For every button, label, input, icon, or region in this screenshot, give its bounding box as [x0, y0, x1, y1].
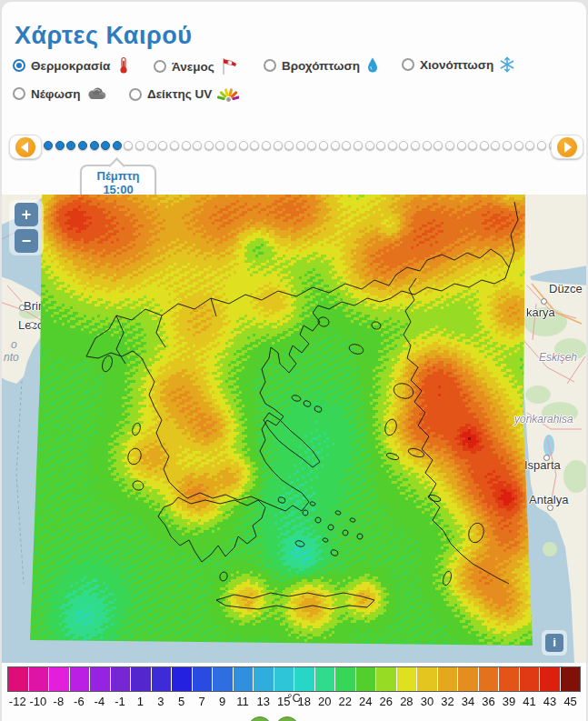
- legend-swatch: [356, 667, 376, 691]
- timeline-dot[interactable]: [457, 141, 466, 150]
- timeline-dot[interactable]: [480, 141, 489, 150]
- info-icon[interactable]: i: [545, 634, 563, 652]
- legend-swatch: [294, 667, 314, 691]
- legend-swatch: [458, 667, 478, 691]
- layer-label: Νέφωση: [31, 87, 80, 101]
- timeline-dot[interactable]: [227, 141, 236, 150]
- zoom-out-button[interactable]: −: [15, 229, 38, 253]
- timeline-dot[interactable]: [331, 141, 340, 150]
- legend-swatch: [193, 667, 213, 691]
- legend-swatch: [111, 667, 131, 691]
- radio-clouds[interactable]: [13, 87, 25, 100]
- timeline-prev-button[interactable]: [9, 135, 42, 159]
- legend-swatch: [254, 667, 274, 691]
- timeline-dot[interactable]: [124, 141, 133, 150]
- timeline-dot[interactable]: [182, 141, 191, 150]
- uv-gauge-icon: [217, 86, 239, 102]
- radio-uv[interactable]: [129, 88, 142, 101]
- legend-swatch: [376, 667, 396, 691]
- timeline-dot[interactable]: [262, 141, 271, 150]
- timeline-dot[interactable]: [514, 141, 523, 150]
- timeline-dot[interactable]: [503, 141, 512, 150]
- layer-label: Θερμοκρασία: [31, 59, 110, 73]
- layer-label: Άνεμος: [172, 60, 214, 74]
- timeline-dot[interactable]: [399, 141, 408, 150]
- timeline-dot-selected[interactable]: [113, 141, 122, 150]
- timeline-dot[interactable]: [376, 141, 385, 150]
- timeline-dot[interactable]: [423, 141, 432, 150]
- timeline-dot[interactable]: [354, 141, 363, 150]
- timeline-dot[interactable]: [284, 141, 294, 150]
- legend-swatch: [520, 667, 540, 691]
- radio-wind[interactable]: [154, 60, 166, 73]
- legend-swatch: [274, 667, 294, 691]
- timeline-next-button[interactable]: [551, 135, 583, 159]
- timeline-dot[interactable]: [90, 141, 99, 150]
- timeline-dot[interactable]: [55, 141, 65, 150]
- map-zoom-control: + −: [9, 200, 44, 255]
- weather-maps-page: Χάρτες Καιρού ΘερμοκρασίαΆνεμοςΒροχόπτωσ…: [2, 2, 586, 721]
- timeline-dot[interactable]: [342, 141, 351, 150]
- legend-swatch: [417, 667, 437, 691]
- timeline-dot[interactable]: [158, 141, 167, 150]
- timeline-dot[interactable]: [274, 141, 283, 150]
- layer-option-rain[interactable]: Βροχόπτωση: [264, 56, 380, 75]
- bottom-partial-button-2[interactable]: [275, 716, 299, 721]
- timeline-dot[interactable]: [296, 141, 305, 150]
- temperature-overlay: [2, 195, 586, 663]
- timeline-dot[interactable]: [434, 141, 443, 150]
- weather-map[interactable]: BrindisiLecceontoDüzceEskişehIspartaAnta…: [2, 195, 586, 663]
- map-info-button-halo: i: [542, 630, 567, 656]
- layer-option-temperature[interactable]: Θερμοκρασία: [13, 56, 132, 75]
- legend-swatch: [213, 667, 233, 691]
- legend-swatch: [561, 667, 581, 691]
- radio-rain[interactable]: [264, 59, 276, 72]
- timeline-dot[interactable]: [147, 141, 156, 150]
- timeline-dot[interactable]: [215, 141, 224, 150]
- timeline-dot[interactable]: [445, 141, 454, 150]
- legend-swatch: [499, 667, 519, 691]
- page-title: Χάρτες Καιρού: [15, 22, 192, 50]
- timeline-dot[interactable]: [135, 141, 145, 150]
- legend-swatch: [335, 667, 355, 691]
- timeline-dot[interactable]: [319, 141, 328, 150]
- timeline-dot[interactable]: [491, 141, 500, 150]
- radio-temperature[interactable]: [13, 59, 25, 72]
- timeline-dot[interactable]: [537, 141, 546, 150]
- timeline-dot[interactable]: [78, 141, 87, 150]
- timeline-dot[interactable]: [388, 141, 397, 150]
- timeline-dot[interactable]: [525, 141, 534, 150]
- legend-swatch: [29, 667, 49, 691]
- layer-label: Δείκτης UV: [147, 87, 212, 101]
- radio-snow[interactable]: [402, 58, 414, 71]
- layer-option-clouds[interactable]: Νέφωση: [13, 86, 107, 101]
- legend-swatch: [49, 667, 69, 691]
- legend-swatch: [8, 667, 28, 691]
- timeline-dot[interactable]: [66, 141, 75, 150]
- layer-option-snow[interactable]: Χιονόπτωση: [402, 56, 515, 73]
- timeline-dot[interactable]: [239, 141, 248, 150]
- timeline-dot[interactable]: [204, 141, 214, 150]
- layer-option-uv[interactable]: Δείκτης UV: [129, 86, 239, 102]
- tooltip-day: Πέμπτη: [82, 169, 154, 183]
- zoom-in-button[interactable]: +: [15, 203, 38, 226]
- legend-swatch: [234, 667, 254, 691]
- timeline-dot[interactable]: [468, 141, 477, 150]
- timeline-dot[interactable]: [411, 141, 420, 150]
- timeline-dot[interactable]: [101, 141, 110, 150]
- legend-swatch: [172, 667, 192, 691]
- timeline-dot[interactable]: [307, 141, 316, 150]
- thermometer-icon: [115, 56, 132, 75]
- legend-swatch: [397, 667, 417, 691]
- timeline-dot[interactable]: [170, 141, 179, 150]
- layer-label: Χιονόπτωση: [420, 58, 493, 72]
- timeline-dot[interactable]: [44, 141, 53, 150]
- legend-swatch: [131, 667, 151, 691]
- timeline-dot[interactable]: [365, 141, 374, 150]
- bottom-partial-button-1[interactable]: [248, 716, 272, 721]
- timeline-dot[interactable]: [193, 141, 202, 150]
- left-arrow-icon: [15, 137, 35, 157]
- layer-option-wind[interactable]: Άνεμος: [154, 56, 240, 76]
- snowflake-icon: [499, 56, 515, 73]
- timeline-dot[interactable]: [250, 141, 259, 150]
